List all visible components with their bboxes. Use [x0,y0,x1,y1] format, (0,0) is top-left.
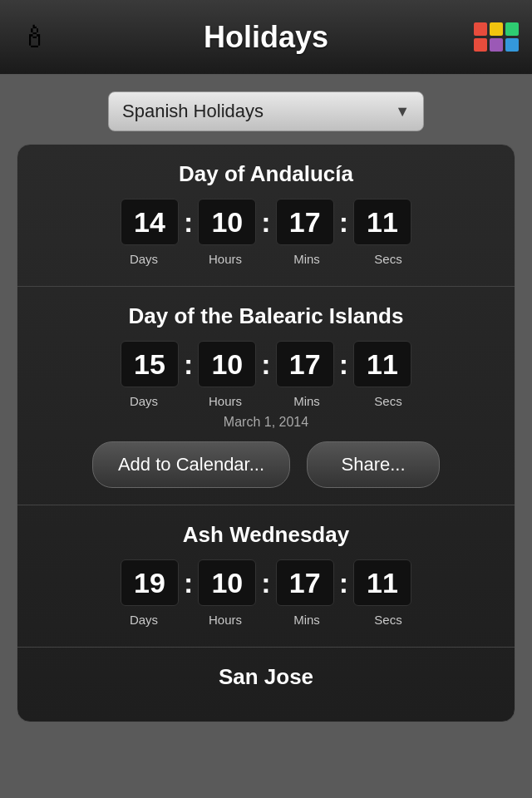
hours-value-balearic: 10 [211,348,243,380]
mins-block-andalucia: 17 [276,199,334,245]
sep2-ash-wednesday: : [259,567,272,599]
days-value-balearic: 15 [134,348,165,380]
days-label-balearic: Days [115,394,173,408]
holiday-title-balearic: Day of the Balearic Islands [42,303,490,329]
sep3-ash-wednesday: : [337,567,350,599]
mins-value-andalucia: 17 [289,206,321,238]
sep1-andalucia: : [182,206,195,239]
holiday-section-san-jose: San Jose [17,648,515,722]
days-block-ash-wednesday: 19 [121,559,179,606]
candle-icon: 🕯 [20,20,50,55]
days-block-andalucia: 14 [121,199,179,245]
mins-label-balearic: Mins [278,394,336,408]
secs-block-andalucia: 11 [353,199,411,245]
sep3-andalucia: : [337,206,350,239]
dropdown-container: Spanish Holidays ▼ [0,75,532,144]
hours-block-balearic: 10 [198,341,256,387]
grid-cell-4 [474,38,487,52]
mins-value-ash-wednesday: 17 [289,567,321,598]
holiday-section-balearic: Day of the Balearic Islands 15 : 10 : 17… [17,287,515,505]
grid-cell-3 [505,22,519,36]
countdown-row-balearic: 15 : 10 : 17 : 11 [42,341,490,387]
holiday-title-san-jose: San Jose [42,664,490,690]
days-value-ash-wednesday: 19 [134,567,165,598]
grid-cell-5 [490,38,503,52]
mins-block-ash-wednesday: 17 [276,559,334,606]
mins-label-ash-wednesday: Mins [278,613,336,627]
mins-value-balearic: 17 [289,348,321,380]
sep2-balearic: : [259,348,272,381]
secs-value-balearic: 11 [367,348,398,380]
secs-label-balearic: Secs [359,394,417,408]
grid-cell-2 [490,22,503,36]
hours-value-ash-wednesday: 10 [211,567,243,598]
grid-cell-1 [474,22,487,36]
holiday-title-ash-wednesday: Ash Wednesday [42,522,490,548]
balearic-date: March 1, 2014 [42,415,490,430]
sep2-andalucia: : [259,206,272,239]
secs-label-andalucia: Secs [359,252,417,266]
days-value-andalucia: 14 [134,206,165,238]
holiday-dropdown[interactable]: Spanish Holidays ▼ [108,91,424,131]
hours-block-andalucia: 10 [198,199,256,245]
secs-value-ash-wednesday: 11 [367,567,398,598]
days-label-andalucia: Days [115,252,173,266]
hours-block-ash-wednesday: 10 [198,559,256,606]
hours-label-ash-wednesday: Hours [196,613,254,627]
sep1-balearic: : [182,348,195,381]
holiday-section-ash-wednesday: Ash Wednesday 19 : 10 : 17 : 11 Days Hou… [17,505,515,648]
countdown-row-ash-wednesday: 19 : 10 : 17 : 11 [42,559,490,606]
secs-label-ash-wednesday: Secs [359,613,417,627]
secs-block-ash-wednesday: 11 [353,559,411,606]
dropdown-selected-text: Spanish Holidays [122,101,264,122]
share-button[interactable]: Share... [307,441,440,488]
days-block-balearic: 15 [121,341,179,387]
days-label-ash-wednesday: Days [115,613,173,627]
grid-icon[interactable] [474,22,519,52]
app-title: Holidays [204,20,328,55]
secs-value-andalucia: 11 [367,206,398,238]
mins-label-andalucia: Mins [278,252,336,266]
holiday-title-andalucia: Day of Andalucía [42,161,490,187]
hours-label-balearic: Hours [196,394,254,408]
hours-label-andalucia: Hours [196,252,254,266]
app-header: 🕯 Holidays [0,0,532,75]
action-buttons-balearic: Add to Calendar... Share... [42,441,490,488]
chevron-down-icon: ▼ [395,103,410,121]
hours-value-andalucia: 10 [211,206,243,238]
countdown-labels-ash-wednesday: Days Hours Mins Secs [42,613,490,627]
countdown-labels-balearic: Days Hours Mins Secs [42,394,490,408]
grid-cell-6 [505,38,519,52]
countdown-labels-andalucia: Days Hours Mins Secs [42,252,490,266]
add-to-calendar-button[interactable]: Add to Calendar... [92,441,290,488]
countdown-row-andalucia: 14 : 10 : 17 : 11 [42,199,490,245]
holiday-section-andalucia: Day of Andalucía 14 : 10 : 17 : 11 Days … [17,145,515,287]
secs-block-balearic: 11 [353,341,411,387]
mins-block-balearic: 17 [276,341,334,387]
main-card: Day of Andalucía 14 : 10 : 17 : 11 Days … [17,144,515,722]
sep3-balearic: : [337,348,350,381]
sep1-ash-wednesday: : [182,567,195,599]
